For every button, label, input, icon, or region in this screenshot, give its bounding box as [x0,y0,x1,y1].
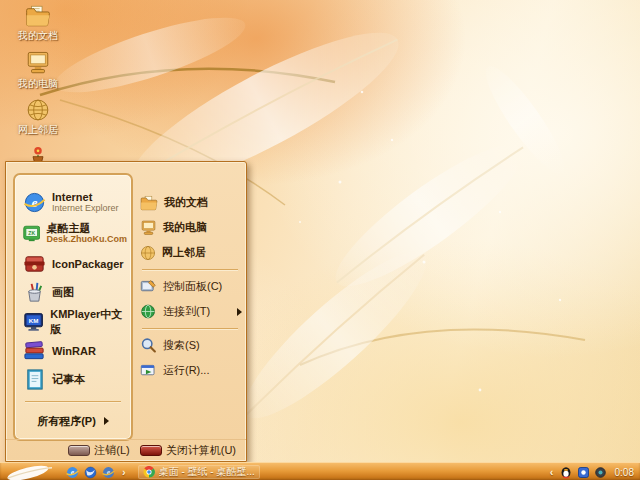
taskbar: e e › 桌面 - 壁纸 - 桌酷壁... [0,462,640,480]
my-documents-icon [25,4,51,28]
submenu-arrow-icon [104,417,109,425]
menu-item-network-places[interactable]: 网上邻居 [138,240,242,265]
svg-text:KM: KM [29,317,39,324]
messenger-tray-icon[interactable] [577,466,590,479]
task-button-label: 桌面 - 壁纸 - 桌酷壁... [159,465,255,479]
quick-launch-bar: e e › [62,466,132,479]
menu-item-my-computer[interactable]: 我的电脑 [138,215,242,240]
search-icon [140,337,157,354]
menu-item-title: WinRAR [52,345,96,357]
desktop-icon-my-computer[interactable]: 我的电脑 [6,50,70,89]
menu-item-title: 画图 [52,285,74,300]
menu-item-label: 控制面板(C) [163,279,222,294]
all-programs-button[interactable]: 所有程序(P) [15,407,131,435]
menu-item-label: 网上邻居 [162,245,206,260]
connect-to-icon [140,303,157,320]
feather-start-icon [4,464,52,480]
start-menu-program-panel: e Internet Internet Explorer ZK 桌酷主题 Des… [13,173,133,441]
control-panel-icon [140,278,157,295]
internet-explorer-icon: e [23,191,46,214]
chrome-icon [143,466,155,478]
log-off-label: 注销(L) [94,443,129,458]
desktop-icon-label: 我的电脑 [18,78,58,89]
network-places-icon [26,98,50,122]
ie-quicklaunch-icon[interactable]: e [66,466,79,479]
tray-collapse-icon[interactable]: ‹ [548,466,556,478]
start-menu: e Internet Internet Explorer ZK 桌酷主题 Des… [5,161,247,462]
start-button[interactable] [0,463,62,480]
log-off-icon [68,445,90,456]
menu-item-label: 我的文档 [164,195,208,210]
my-computer-icon [140,220,157,236]
menu-item-control-panel[interactable]: 控制面板(C) [138,274,242,299]
notepad-icon [23,368,46,391]
network-globe-icon [140,245,156,261]
menu-item-search[interactable]: 搜索(S) [138,333,242,358]
shutdown-button[interactable]: 关闭计算机(U) [140,443,236,458]
menu-item-winrar[interactable]: WinRAR [15,336,131,365]
menu-item-label: 我的电脑 [163,220,207,235]
menu-item-kmplayer[interactable]: KM KMPlayer中文版 [15,307,131,336]
menu-item-notepad[interactable]: 记事本 [15,365,131,394]
zhuoku-theme-icon: ZK [23,222,40,245]
browser-quicklaunch-icon[interactable]: e [102,466,115,479]
system-tray: ‹ 0:08 [548,466,640,479]
menu-item-title: Internet [52,192,119,203]
qq-icon[interactable] [560,466,573,479]
menu-item-connect-to[interactable]: 连接到(T) [138,299,242,324]
desktop-icon-label: 我的文档 [18,30,58,41]
all-programs-label: 所有程序(P) [37,414,96,429]
menu-item-label: 连接到(T) [163,304,210,319]
start-menu-places-column: 我的文档 我的电脑 网上邻居 [138,176,242,383]
quick-launch-expand-icon[interactable]: › [120,466,128,478]
taskbar-clock[interactable]: 0:08 [611,467,634,478]
menu-item-label: 搜索(S) [163,338,200,353]
shutdown-icon [140,445,162,456]
shutdown-label: 关闭计算机(U) [166,443,236,458]
iconpackager-icon [23,252,46,275]
desktop-icon-my-documents[interactable]: 我的文档 [6,4,70,41]
desktop-icon-label: 网上邻居 [18,124,58,135]
svg-text:e: e [32,195,38,210]
menu-item-internet[interactable]: e Internet Internet Explorer [15,187,131,218]
my-computer-icon [25,50,51,76]
menu-item-subtitle: Desk.ZhuoKu.Com [46,234,127,245]
menu-item-run[interactable]: 运行(R)... [138,358,242,383]
menu-item-label: 运行(R)... [163,363,209,378]
globe-quicklaunch-icon[interactable] [84,466,97,479]
submenu-arrow-icon [237,308,242,316]
log-off-button[interactable]: 注销(L) [68,443,129,458]
menu-item-zhuoku-theme[interactable]: ZK 桌酷主题 Desk.ZhuoKu.Com [15,218,131,249]
volume-tray-icon[interactable] [594,466,607,479]
menu-separator [25,401,121,402]
menu-item-iconpackager[interactable]: IconPackager [15,249,131,278]
menu-item-my-documents[interactable]: 我的文档 [138,190,242,215]
taskbar-task-button[interactable]: 桌面 - 壁纸 - 桌酷壁... [138,465,260,479]
menu-item-title: 记事本 [52,372,85,387]
menu-item-title: KMPlayer中文版 [50,307,127,337]
menu-separator [142,328,238,329]
menu-item-title: IconPackager [52,258,124,270]
menu-item-subtitle: Internet Explorer [52,203,119,214]
svg-text:ZK: ZK [28,230,35,236]
menu-separator [142,269,238,270]
kmplayer-icon: KM [23,310,44,333]
menu-item-title: 桌酷主题 [46,223,127,234]
paint-icon [23,281,46,304]
menu-item-paint[interactable]: 画图 [15,278,131,307]
desktop-icons: 我的文档 我的电脑 网上邻居 [6,4,70,177]
winrar-icon [23,339,46,362]
desktop-icon-network-places[interactable]: 网上邻居 [6,98,70,135]
start-menu-power-strip: 注销(L) 关闭计算机(U) [6,439,246,461]
my-documents-folder-icon [140,195,158,211]
run-icon [140,362,157,379]
